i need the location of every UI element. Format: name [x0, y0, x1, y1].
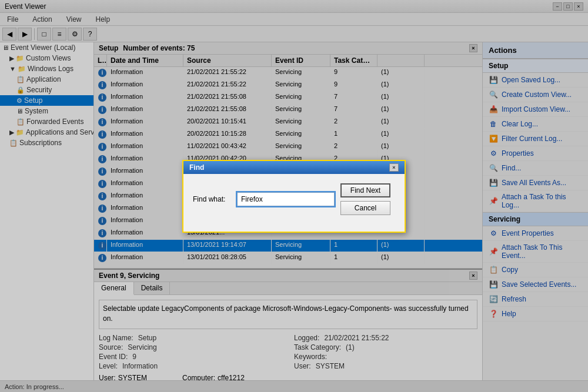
dialog-button-group: Find Next Cancel: [340, 183, 395, 215]
cancel-button[interactable]: Cancel: [340, 201, 390, 215]
find-next-button[interactable]: Find Next: [340, 183, 390, 197]
dialog-title: Find: [189, 163, 204, 172]
dialog-overlay: Find × Find what: Find Next Cancel: [0, 0, 588, 392]
dialog-body: Find what: Find Next Cancel: [183, 174, 405, 232]
find-what-label: Find what:: [193, 195, 231, 203]
dialog-close-button[interactable]: ×: [389, 163, 399, 172]
find-what-input[interactable]: [237, 192, 335, 206]
dialog-title-bar: Find ×: [183, 161, 405, 174]
find-what-row: Find what: Find Next Cancel: [193, 183, 395, 215]
find-dialog: Find × Find what: Find Next Cancel: [182, 160, 406, 233]
